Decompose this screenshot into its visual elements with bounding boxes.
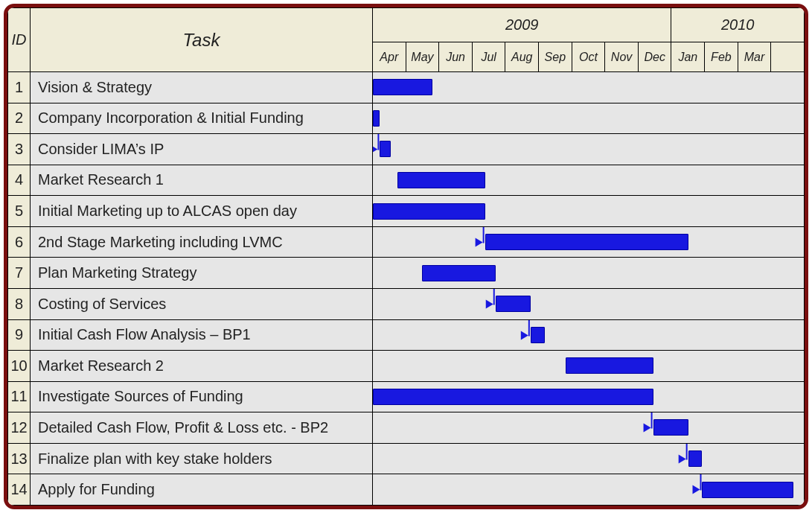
row-id: 5 (8, 196, 31, 227)
header-month: Sep (539, 42, 572, 72)
svg-marker-2 (486, 299, 493, 308)
row-id: 2 (8, 103, 31, 134)
row-id: 12 (8, 412, 31, 444)
dependency-arrow (373, 134, 804, 165)
header-month-end (771, 42, 805, 72)
table-row: 14Apply for Funding (8, 474, 805, 506)
row-task: Costing of Services (31, 288, 373, 319)
gantt-bar (702, 482, 793, 498)
row-task: Plan Marketing Strategy (31, 258, 373, 289)
row-task: Finalize plan with key stake holders (31, 443, 373, 474)
gantt-table: IDTask20092010AprMayJunJulAugSepOctNovDe… (7, 7, 805, 506)
row-id: 11 (8, 381, 31, 412)
row-gantt (373, 319, 805, 351)
row-id: 9 (8, 319, 31, 351)
gantt-bar (373, 79, 432, 95)
gantt-bar (373, 203, 485, 220)
row-id: 7 (8, 258, 31, 289)
table-row: 5Initial Marketing up to ALCAS open day (8, 196, 805, 227)
header-month: Aug (505, 42, 539, 72)
row-id: 4 (8, 165, 31, 196)
header-month: Mar (738, 42, 771, 72)
row-gantt (373, 72, 805, 103)
row-id: 6 (8, 226, 31, 258)
row-gantt (373, 196, 805, 227)
gantt-bar (373, 389, 653, 405)
header-month: Feb (705, 42, 738, 72)
row-task: Market Research 2 (31, 351, 373, 382)
row-task: 2nd Stage Marketing including LVMC (31, 226, 373, 258)
table-row: 1Vision & Strategy (8, 72, 805, 103)
gantt-bar (531, 327, 545, 343)
gantt-bar (566, 357, 653, 374)
svg-marker-3 (521, 331, 528, 340)
table-row: 12Detailed Cash Flow, Profit & Loss etc.… (8, 412, 805, 444)
dependency-arrow (373, 289, 804, 319)
header-id: ID (8, 8, 31, 72)
row-id: 1 (8, 72, 31, 103)
row-gantt (373, 288, 805, 319)
row-task: Market Research 1 (31, 165, 373, 196)
header-month: Jun (439, 42, 473, 72)
row-id: 8 (8, 288, 31, 319)
table-row: 10Market Research 2 (8, 351, 805, 382)
row-gantt (373, 258, 805, 289)
row-gantt (373, 381, 805, 412)
table-row: 4Market Research 1 (8, 165, 805, 196)
table-row: 2Company Incorporation & Initial Funding (8, 103, 805, 134)
gantt-bar (485, 234, 688, 250)
row-task: Initial Marketing up to ALCAS open day (31, 196, 373, 227)
header-month: Jul (472, 42, 505, 72)
gantt-bar (397, 172, 485, 188)
table-row: 9Initial Cash Flow Analysis – BP1 (8, 319, 805, 351)
row-task: Apply for Funding (31, 474, 373, 506)
header-month: Nov (605, 42, 639, 72)
header-task: Task (31, 8, 373, 72)
row-gantt (373, 474, 805, 506)
header-year-2009: 2009 (373, 8, 671, 42)
dependency-arrow (373, 320, 804, 351)
svg-marker-4 (644, 424, 651, 433)
row-gantt (373, 443, 805, 474)
gantt-bar (653, 419, 688, 436)
table-row: 11Investigate Sources of Funding (8, 381, 805, 412)
table-row: 3Consider LIMA’s IP (8, 134, 805, 165)
dependency-arrow (373, 412, 804, 443)
row-task: Detailed Cash Flow, Profit & Loss etc. -… (31, 412, 373, 444)
dependency-arrow (373, 444, 804, 474)
gantt-bar (380, 141, 390, 157)
header-month: Dec (638, 42, 671, 72)
table-row: 7Plan Marketing Strategy (8, 258, 805, 289)
gantt-bar (688, 450, 703, 467)
row-id: 13 (8, 443, 31, 474)
svg-marker-5 (679, 454, 686, 463)
row-gantt (373, 226, 805, 258)
row-gantt (373, 165, 805, 196)
table-row: 13Finalize plan with key stake holders (8, 443, 805, 474)
gantt-bar (373, 110, 380, 127)
row-gantt (373, 412, 805, 444)
row-task: Company Incorporation & Initial Funding (31, 103, 373, 134)
table-row: 62nd Stage Marketing including LVMC (8, 226, 805, 258)
header-month: Oct (572, 42, 605, 72)
table-row: 8Costing of Services (8, 288, 805, 319)
header-month: Apr (373, 42, 406, 72)
row-task: Investigate Sources of Funding (31, 381, 373, 412)
header-year-2010: 2010 (671, 8, 805, 42)
row-id: 14 (8, 474, 31, 506)
header-month: May (406, 42, 439, 72)
gantt-bar (496, 296, 531, 312)
row-gantt (373, 134, 805, 165)
svg-marker-6 (692, 485, 700, 494)
row-task: Vision & Strategy (31, 72, 373, 103)
header-month: Jan (671, 42, 705, 72)
svg-marker-0 (373, 145, 378, 154)
row-task: Initial Cash Flow Analysis – BP1 (31, 319, 373, 351)
row-gantt (373, 103, 805, 134)
gantt-bar (422, 265, 496, 281)
row-task: Consider LIMA’s IP (31, 134, 373, 165)
row-id: 10 (8, 351, 31, 382)
row-gantt (373, 351, 805, 382)
svg-marker-1 (476, 238, 483, 246)
row-id: 3 (8, 134, 31, 165)
